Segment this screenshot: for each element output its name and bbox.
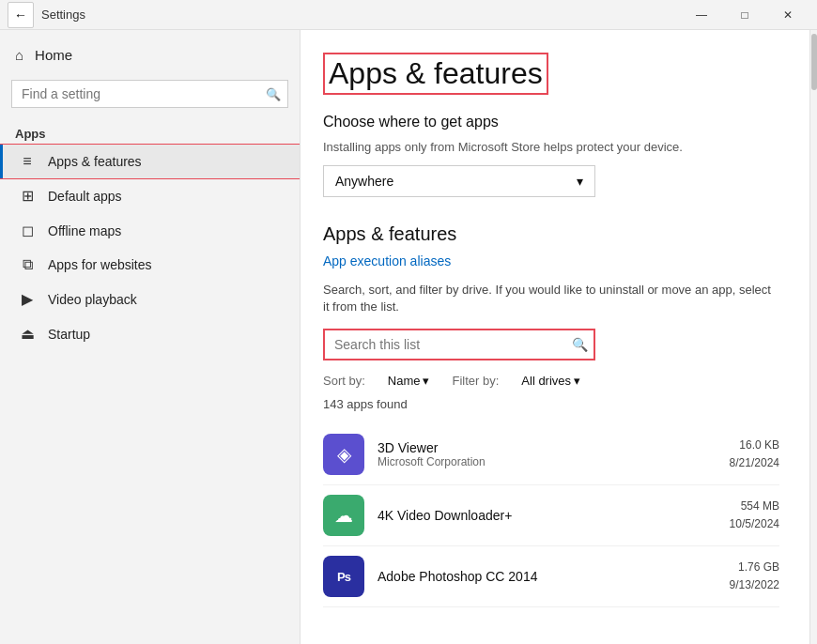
search-sort-description: Search, sort, and filter by drive. If yo… [323,282,779,315]
list-item[interactable]: Ps Adobe Photoshop CC 2014 1.76 GB 9/13/… [323,546,779,607]
chevron-down-icon: ▾ [577,174,583,189]
dropdown-value: Anywhere [335,174,393,189]
sidebar-item-startup[interactable]: ⏏ Startup [0,316,300,351]
title-bar-title: Settings [41,8,85,22]
sort-button[interactable]: Name ▾ [388,374,430,388]
app-icon-3d-viewer: ◈ [323,434,364,475]
app-date: 10/5/2024 [730,515,779,533]
scrollbar-thumb[interactable] [811,34,817,90]
app-date: 8/21/2024 [730,454,779,472]
sidebar-item-apps-features[interactable]: ≡ Apps & features [0,145,300,178]
app-icon-4k-downloader: ☁ [323,495,364,536]
app-publisher: Microsoft Corporation [378,455,717,468]
title-bar: ← Settings — □ ✕ [0,0,817,30]
sort-filter-row: Sort by: Name ▾ Filter by: All drives ▾ [323,374,779,388]
sidebar-item-offline-maps[interactable]: ◻ Offline maps [0,213,300,248]
app-meta-3d-viewer: 16.0 KB 8/21/2024 [730,437,779,472]
sidebar-search-input[interactable] [11,80,288,108]
sidebar-item-home[interactable]: ⌂ Home [0,38,300,72]
app-list: ◈ 3D Viewer Microsoft Corporation 16.0 K… [323,424,779,607]
app-info-3d-viewer: 3D Viewer Microsoft Corporation [378,440,717,468]
filter-by-label: Filter by: [452,374,499,388]
app-size: 16.0 KB [730,437,779,454]
sidebar-item-apps-websites[interactable]: ⧉ Apps for websites [0,248,300,282]
startup-icon: ⏏ [18,325,37,343]
list-item[interactable]: ☁ 4K Video Downloader+ 554 MB 10/5/2024 [323,485,779,546]
apps-found-count: 143 apps found [323,397,779,411]
apps-features-icon: ≡ [18,153,37,170]
minimize-button[interactable]: — [680,0,723,30]
app-name: 3D Viewer [378,440,717,455]
app-name: Adobe Photoshop CC 2014 [378,569,717,584]
main-layout: ⌂ Home 🔍 Apps ≡ Apps & features ⊞ Defaul… [0,30,817,644]
window-controls: — □ ✕ [680,0,809,30]
app-date: 9/13/2022 [730,576,779,594]
sidebar-search-icon: 🔍 [266,87,281,101]
scrollbar-track [809,30,817,644]
sort-by-label: Sort by: [323,374,365,388]
filter-chevron-icon: ▾ [574,374,580,388]
app-execution-aliases-link[interactable]: App execution aliases [323,253,451,268]
search-list-container: 🔍 [323,329,779,360]
dropdown-container: Anywhere ▾ [323,165,779,197]
search-list-input[interactable] [323,329,595,360]
app-size: 554 MB [730,498,779,515]
sidebar-section-label: Apps [0,123,300,145]
app-info-4k-downloader: 4K Video Downloader+ [378,508,717,523]
back-button[interactable]: ← [8,2,34,28]
app-size: 1.76 GB [730,559,779,576]
app-meta-4k-downloader: 554 MB 10/5/2024 [730,498,779,533]
video-playback-icon: ▶ [18,290,37,308]
close-button[interactable]: ✕ [766,0,809,30]
maximize-button[interactable]: □ [723,0,766,30]
page-title: Apps & features [323,53,548,95]
sidebar-item-default-apps[interactable]: ⊞ Default apps [0,178,300,213]
choose-subtitle: Installing apps only from Microsoft Stor… [323,140,779,154]
choose-heading: Choose where to get apps [323,114,779,130]
anywhere-dropdown[interactable]: Anywhere ▾ [323,165,595,197]
offline-maps-icon: ◻ [18,222,37,239]
sort-chevron-icon: ▾ [423,374,429,388]
content-area: Apps & features Choose where to get apps… [301,30,809,644]
apps-websites-icon: ⧉ [18,256,37,273]
apps-section-heading: Apps & features [323,223,779,245]
sidebar-search-container: 🔍 [11,80,288,108]
list-item[interactable]: ◈ 3D Viewer Microsoft Corporation 16.0 K… [323,424,779,485]
sidebar: ⌂ Home 🔍 Apps ≡ Apps & features ⊞ Defaul… [0,30,301,644]
app-info-photoshop: Adobe Photoshop CC 2014 [378,569,717,584]
filter-button[interactable]: All drives ▾ [521,374,580,388]
app-name: 4K Video Downloader+ [378,508,717,523]
home-icon: ⌂ [15,47,23,63]
app-meta-photoshop: 1.76 GB 9/13/2022 [730,559,779,594]
default-apps-icon: ⊞ [18,187,37,205]
sidebar-item-video-playback[interactable]: ▶ Video playback [0,282,300,316]
app-icon-photoshop: Ps [323,556,364,597]
